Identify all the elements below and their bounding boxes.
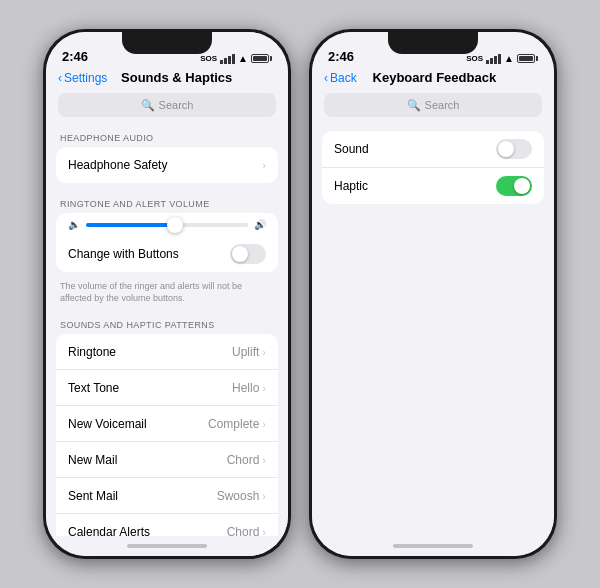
section-label-headphone: HEADPHONE AUDIO [46, 123, 288, 147]
search-bar-1[interactable]: 🔍 Search [46, 91, 288, 123]
back-button-2[interactable]: ‹ Back [324, 71, 357, 85]
chevron-text-tone: › [262, 382, 266, 394]
home-bar-2 [393, 544, 473, 548]
value-ringtone: Uplift [232, 345, 259, 359]
search-bar-2[interactable]: 🔍 Search [312, 91, 554, 123]
notch-1 [122, 32, 212, 54]
notch-2 [388, 32, 478, 54]
section-label-sounds: SOUNDS AND HAPTIC PATTERNS [46, 310, 288, 334]
label-new-mail: New Mail [68, 453, 227, 467]
back-button-1[interactable]: ‹ Settings [58, 71, 107, 85]
label-ringtone: Ringtone [68, 345, 232, 359]
phone-1: 2:46 SOS ▲ ‹ [43, 29, 291, 559]
toggle-knob-sound [498, 141, 514, 157]
time-2: 2:46 [328, 49, 354, 64]
group-keyboard-feedback: Sound Haptic [322, 131, 544, 204]
search-icon-1: 🔍 [141, 99, 155, 112]
chevron-headphone-safety: › [262, 159, 266, 171]
volume-slider-row[interactable]: 🔈 🔊 [56, 213, 278, 236]
row-text-tone[interactable]: Text Tone Hello › [56, 370, 278, 406]
label-change-with-buttons: Change with Buttons [68, 247, 230, 261]
row-new-mail[interactable]: New Mail Chord › [56, 442, 278, 478]
time-1: 2:46 [62, 49, 88, 64]
section-label-volume: RINGTONE AND ALERT VOLUME [46, 189, 288, 213]
home-indicator-1 [46, 536, 288, 556]
value-sent-mail: Swoosh [217, 489, 260, 503]
toggle-sound[interactable] [496, 139, 532, 159]
search-label-2: Search [425, 99, 460, 111]
group-sounds: Ringtone Uplift › Text Tone Hello › New … [56, 334, 278, 536]
chevron-new-mail: › [262, 454, 266, 466]
chevron-left-icon-2: ‹ [324, 71, 328, 85]
battery-1 [251, 54, 272, 63]
status-icons-1: SOS ▲ [200, 53, 272, 64]
chevron-calendar-alerts: › [262, 526, 266, 536]
row-change-with-buttons[interactable]: Change with Buttons [56, 236, 278, 272]
signal-icon-2 [486, 54, 501, 64]
label-sound: Sound [334, 142, 496, 156]
chevron-left-icon-1: ‹ [58, 71, 62, 85]
home-indicator-2 [312, 536, 554, 556]
note-volume: The volume of the ringer and alerts will… [46, 278, 288, 310]
nav-title-1: Sounds & Haptics [107, 70, 246, 85]
row-sent-mail[interactable]: Sent Mail Swoosh › [56, 478, 278, 514]
volume-slider-track[interactable] [86, 223, 248, 227]
toggle-knob-haptic [514, 178, 530, 194]
volume-slider-thumb[interactable] [167, 217, 183, 233]
label-new-voicemail: New Voicemail [68, 417, 208, 431]
row-headphone-safety[interactable]: Headphone Safety › [56, 147, 278, 183]
content-2: Sound Haptic [312, 123, 554, 536]
group-volume: 🔈 🔊 Change with Buttons [56, 213, 278, 272]
sos-label-1: SOS [200, 54, 217, 63]
label-sent-mail: Sent Mail [68, 489, 217, 503]
toggle-haptic[interactable] [496, 176, 532, 196]
label-calendar-alerts: Calendar Alerts [68, 525, 227, 536]
chevron-ringtone: › [262, 346, 266, 358]
row-calendar-alerts[interactable]: Calendar Alerts Chord › [56, 514, 278, 536]
content-1: HEADPHONE AUDIO Headphone Safety › RINGT… [46, 123, 288, 536]
status-icons-2: SOS ▲ [466, 53, 538, 64]
toggle-knob-change-with-buttons [232, 246, 248, 262]
signal-icon-1 [220, 54, 235, 64]
row-haptic[interactable]: Haptic [322, 168, 544, 204]
toggle-change-with-buttons[interactable] [230, 244, 266, 264]
label-haptic: Haptic [334, 179, 496, 193]
group-headphone: Headphone Safety › [56, 147, 278, 183]
row-new-voicemail[interactable]: New Voicemail Complete › [56, 406, 278, 442]
phone-2: 2:46 SOS ▲ ‹ [309, 29, 557, 559]
value-new-mail: Chord [227, 453, 260, 467]
wifi-icon-2: ▲ [504, 53, 514, 64]
wifi-icon-1: ▲ [238, 53, 248, 64]
nav-bar-1: ‹ Settings Sounds & Haptics [46, 68, 288, 91]
volume-high-icon: 🔊 [254, 219, 266, 230]
nav-title-2: Keyboard Feedback [357, 70, 512, 85]
label-headphone-safety: Headphone Safety [68, 158, 262, 172]
row-sound[interactable]: Sound [322, 131, 544, 168]
battery-2 [517, 54, 538, 63]
value-new-voicemail: Complete [208, 417, 259, 431]
chevron-sent-mail: › [262, 490, 266, 502]
volume-slider-fill [86, 223, 175, 227]
value-calendar-alerts: Chord [227, 525, 260, 536]
nav-bar-2: ‹ Back Keyboard Feedback [312, 68, 554, 91]
back-label-1: Settings [64, 71, 107, 85]
sos-label-2: SOS [466, 54, 483, 63]
back-label-2: Back [330, 71, 357, 85]
home-bar-1 [127, 544, 207, 548]
row-ringtone[interactable]: Ringtone Uplift › [56, 334, 278, 370]
chevron-new-voicemail: › [262, 418, 266, 430]
label-text-tone: Text Tone [68, 381, 232, 395]
value-text-tone: Hello [232, 381, 259, 395]
search-label-1: Search [159, 99, 194, 111]
search-icon-2: 🔍 [407, 99, 421, 112]
volume-low-icon: 🔈 [68, 219, 80, 230]
